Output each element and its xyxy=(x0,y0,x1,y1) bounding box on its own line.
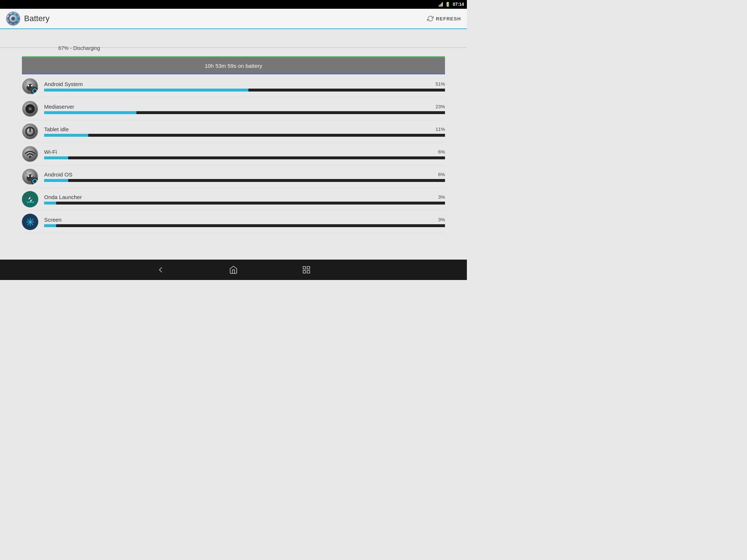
status-time: 07:14 xyxy=(453,2,464,7)
battery-item-name: Mediaserver xyxy=(44,104,74,110)
svg-rect-49 xyxy=(303,267,306,269)
settings-gear-icon xyxy=(6,11,20,26)
back-button[interactable] xyxy=(153,262,168,277)
battery-bar-fill xyxy=(44,134,88,137)
battery-bar-track xyxy=(44,224,445,227)
svg-point-31 xyxy=(27,175,29,177)
battery-item-info: Onda Launcher3% xyxy=(44,194,445,205)
battery-graph: 10h 53m 59s on battery xyxy=(22,56,445,74)
battery-item-name: Android OS xyxy=(44,171,73,178)
battery-item-info: Screen3% xyxy=(44,217,445,227)
battery-bar-track xyxy=(44,89,445,92)
battery-bar-track xyxy=(44,179,445,182)
svg-rect-9 xyxy=(7,18,9,19)
onda-launcher-icon xyxy=(22,191,38,207)
battery-list-item[interactable]: Screen3% xyxy=(22,211,445,233)
battery-bar-track xyxy=(44,134,445,137)
battery-item-percent: 3% xyxy=(438,217,445,222)
main-content: 67% - Discharging 10h 53m 59s on battery xyxy=(0,29,467,258)
battery-graph-underline xyxy=(22,73,445,74)
svg-point-35 xyxy=(31,177,38,185)
battery-item-percent: 51% xyxy=(436,81,445,87)
svg-rect-7 xyxy=(13,23,14,25)
svg-point-32 xyxy=(31,175,33,177)
battery-item-name: Tablet idle xyxy=(44,126,69,132)
svg-point-23 xyxy=(30,108,31,109)
svg-point-28 xyxy=(29,156,31,158)
refresh-button[interactable]: REFRESH xyxy=(427,15,461,22)
recents-icon xyxy=(302,265,311,274)
home-button[interactable] xyxy=(226,262,241,277)
tablet-idle-icon xyxy=(22,123,38,140)
svg-point-14 xyxy=(27,85,29,86)
battery-list-item[interactable]: Android System51% xyxy=(22,75,445,98)
wi-fi-icon xyxy=(22,146,38,162)
refresh-label: REFRESH xyxy=(436,16,461,22)
battery-item-name: Android System xyxy=(44,81,83,87)
mediaserver-icon xyxy=(22,101,38,117)
app-bar-left: Battery xyxy=(6,11,50,26)
battery-list-item[interactable]: Tablet idle11% xyxy=(22,120,445,143)
battery-item-info: Tablet idle11% xyxy=(44,126,445,137)
battery-list-item[interactable]: Wi-Fi6% xyxy=(22,143,445,166)
android-system-icon xyxy=(22,78,38,94)
battery-item-info: Wi-Fi6% xyxy=(44,149,445,159)
svg-point-18 xyxy=(31,87,38,94)
battery-item-info: Android System51% xyxy=(44,81,445,92)
screen-icon xyxy=(22,214,38,230)
battery-bar-track xyxy=(44,156,445,159)
battery-item-percent: 6% xyxy=(438,172,445,177)
svg-rect-50 xyxy=(307,267,310,269)
battery-time-label: 10h 53m 59s on battery xyxy=(205,63,262,69)
battery-item-info: Android OS6% xyxy=(44,171,445,182)
recents-button[interactable] xyxy=(299,262,314,277)
battery-item-name: Onda Launcher xyxy=(44,194,82,200)
nav-bar xyxy=(0,260,467,280)
battery-items-list: Android System51% Mediaserver23% xyxy=(22,75,445,233)
svg-point-15 xyxy=(31,85,33,86)
android-os-icon xyxy=(22,168,38,185)
battery-item-name: Screen xyxy=(44,217,62,223)
home-icon xyxy=(229,265,238,274)
battery-bar-fill xyxy=(44,89,248,92)
signal-icon xyxy=(439,2,443,7)
svg-rect-52 xyxy=(303,271,306,273)
svg-rect-38 xyxy=(27,202,34,203)
battery-bar-track xyxy=(44,202,445,205)
battery-bar-fill xyxy=(44,156,68,159)
refresh-icon xyxy=(427,15,434,22)
battery-list-item[interactable]: Onda Launcher3% xyxy=(22,188,445,211)
battery-list-item[interactable]: Android OS6% xyxy=(22,166,445,188)
battery-item-percent: 11% xyxy=(436,127,445,132)
app-bar: Battery REFRESH xyxy=(0,9,467,29)
app-title: Battery xyxy=(24,14,50,23)
svg-rect-5 xyxy=(18,18,19,19)
battery-bar-fill xyxy=(44,224,56,227)
battery-item-info: Mediaserver23% xyxy=(44,104,445,114)
battery-list-item[interactable]: Mediaserver23% xyxy=(22,98,445,120)
battery-item-percent: 3% xyxy=(438,194,445,200)
battery-status-text: 67% - Discharging xyxy=(58,45,445,51)
battery-bar-fill xyxy=(44,111,136,114)
status-bar: 🔋 07:14 xyxy=(0,0,467,9)
battery-bar-fill xyxy=(44,202,56,205)
svg-point-2 xyxy=(11,17,15,20)
battery-item-percent: 6% xyxy=(438,149,445,155)
battery-item-name: Wi-Fi xyxy=(44,149,57,155)
battery-item-percent: 23% xyxy=(436,104,445,109)
svg-rect-51 xyxy=(307,271,310,273)
battery-icon: 🔋 xyxy=(445,2,450,7)
battery-bar-fill xyxy=(44,179,68,182)
battery-bar-track xyxy=(44,111,445,114)
back-icon xyxy=(156,265,165,274)
svg-point-40 xyxy=(29,221,32,223)
